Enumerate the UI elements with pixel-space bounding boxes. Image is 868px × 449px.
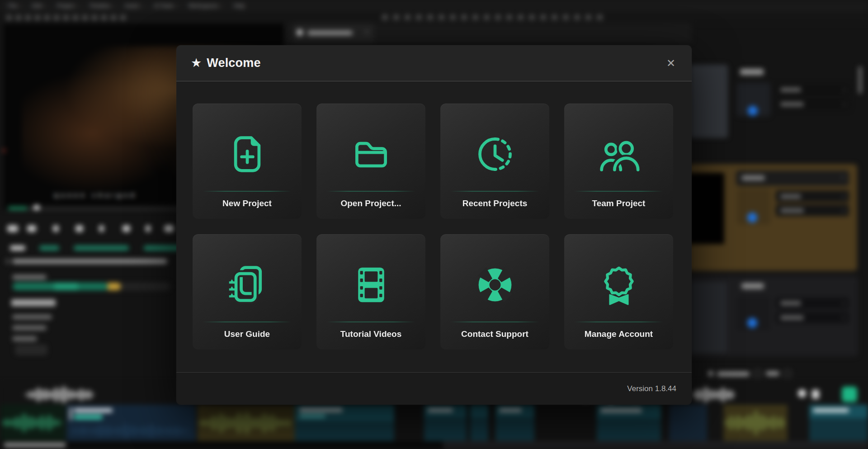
toolbar-icon[interactable] <box>518 14 524 20</box>
dropdown[interactable]: ∨ <box>776 312 849 323</box>
timeline-add-button[interactable] <box>842 387 857 402</box>
toolbar-icon[interactable] <box>393 14 399 20</box>
clip-thumbnail[interactable] <box>691 282 727 353</box>
toolbar-icon[interactable] <box>120 15 126 20</box>
timeline-option-icon[interactable] <box>708 371 713 376</box>
toolbar-icon[interactable] <box>597 14 603 20</box>
toolbar-icon[interactable] <box>472 14 478 20</box>
panel-tab[interactable] <box>74 246 129 250</box>
dropdown[interactable]: ∨ <box>776 204 849 216</box>
toolbar-icon[interactable] <box>563 14 569 20</box>
toolbar-icon[interactable] <box>73 15 78 20</box>
toolbar-icon[interactable] <box>111 15 116 20</box>
toolbar-icon[interactable] <box>25 15 31 20</box>
clip-thumbnail[interactable] <box>689 173 724 244</box>
timeline-clip[interactable] <box>597 405 661 441</box>
menu-workspaces[interactable]: Workspaces▾ <box>189 3 222 9</box>
scrubber-handle[interactable] <box>33 205 40 210</box>
dropdown[interactable]: ∨ <box>776 84 849 95</box>
transport-button[interactable] <box>75 225 83 232</box>
toolbar-icon[interactable] <box>92 15 97 20</box>
timeline-clip[interactable] <box>295 405 394 441</box>
toolbar-icon[interactable] <box>382 14 388 20</box>
toolbar-icon[interactable] <box>574 14 580 20</box>
wave-bar <box>130 427 132 435</box>
card-manage-account[interactable]: Manage Account <box>564 234 673 350</box>
toolbar-icon[interactable] <box>529 14 535 20</box>
close-button[interactable]: ✕ <box>665 57 676 70</box>
menu-timeline[interactable]: Timeline▾ <box>89 3 113 9</box>
menu-file[interactable]: File▾ <box>8 3 20 9</box>
timeline-clip[interactable] <box>470 405 488 441</box>
tab-close-icon[interactable]: ✕ <box>365 29 369 35</box>
card-new-project[interactable]: New Project <box>193 104 302 219</box>
card-open-project[interactable]: Open Project... <box>316 104 425 219</box>
toolbar-icon[interactable] <box>495 14 501 20</box>
panel-tab[interactable] <box>144 246 180 250</box>
inspector-titlebar[interactable]: ∨ <box>736 170 849 186</box>
dropdown[interactable]: ∨ <box>776 298 849 309</box>
card-team-project[interactable]: Team Project <box>564 104 673 219</box>
scrollbar[interactable] <box>859 66 862 94</box>
menu-ai-tools[interactable]: AI Tools▾ <box>154 3 176 9</box>
toolbar-icon[interactable] <box>552 14 557 20</box>
timeline-option-button[interactable] <box>784 370 791 377</box>
document-tab[interactable]: ✕ <box>293 24 374 42</box>
toolbar-icon[interactable] <box>63 15 69 20</box>
timeline-tool-icon[interactable] <box>798 389 806 397</box>
timeline-clip[interactable] <box>424 405 467 441</box>
timeline-tool-icon[interactable] <box>812 390 819 399</box>
toolbar-icon[interactable] <box>16 15 21 20</box>
toolbar-icon[interactable] <box>35 15 40 20</box>
dropdown[interactable]: ∨ <box>776 99 849 110</box>
card-tutorial-videos[interactable]: Tutorial Videos <box>316 234 425 350</box>
transport-button[interactable] <box>99 225 104 232</box>
toolbar-icon[interactable] <box>6 15 12 20</box>
card-user-guide[interactable]: User Guide <box>193 234 302 350</box>
transport-button[interactable] <box>146 225 151 232</box>
toolbar-icon[interactable] <box>405 14 410 20</box>
wave-bar <box>169 427 170 435</box>
toolbar-icon[interactable] <box>506 14 512 20</box>
card-contact-support[interactable]: Contact Support <box>440 234 549 350</box>
toolbar-icon[interactable] <box>44 15 50 20</box>
menu-insert[interactable]: Insert▾ <box>125 3 142 9</box>
card-recent-projects[interactable]: Recent Projects <box>440 104 549 219</box>
timeline-clip[interactable] <box>669 405 707 441</box>
transport-button[interactable] <box>165 225 174 232</box>
toolbar-icon[interactable] <box>540 14 546 20</box>
wave-bar <box>160 427 161 435</box>
toolbar-icon[interactable] <box>450 14 456 20</box>
transport-button[interactable] <box>7 225 18 232</box>
toolbar-icon[interactable] <box>416 14 422 20</box>
menu-help[interactable]: Help <box>234 3 245 9</box>
wave-bar <box>697 389 698 400</box>
dropdown[interactable]: ∨ <box>776 190 849 202</box>
timeline-option-button[interactable] <box>754 370 761 377</box>
timeline-scrollbar-thumb[interactable] <box>4 443 66 447</box>
panel-tab-active[interactable] <box>10 246 25 250</box>
toolbar-icon[interactable] <box>439 14 444 20</box>
transport-button[interactable] <box>27 225 36 232</box>
small-button[interactable] <box>16 345 47 354</box>
panel-tab[interactable] <box>39 246 59 250</box>
wave-bar <box>278 419 279 426</box>
transport-button[interactable] <box>123 225 130 232</box>
menu-edit[interactable]: Edit▾ <box>32 3 45 9</box>
toolbar-icon[interactable] <box>427 14 433 20</box>
toolbar-icon[interactable] <box>484 14 490 20</box>
timeline-clip[interactable] <box>66 405 196 441</box>
clip-thumbnail[interactable] <box>690 65 728 138</box>
timeline-clip[interactable] <box>809 405 868 441</box>
transport-button[interactable] <box>53 225 59 232</box>
timeline-clip[interactable] <box>1 405 66 441</box>
toolbar-icon[interactable] <box>101 15 107 20</box>
toolbar-icon[interactable] <box>82 15 88 20</box>
toolbar-icon[interactable] <box>461 14 467 20</box>
toolbar-icon[interactable] <box>585 14 591 20</box>
toolbar-icon[interactable] <box>54 15 59 20</box>
menu-project[interactable]: Project▾ <box>57 3 77 9</box>
timeline-clip[interactable] <box>198 405 295 441</box>
timeline-clip[interactable] <box>723 405 788 441</box>
timeline-clip[interactable] <box>495 405 534 441</box>
